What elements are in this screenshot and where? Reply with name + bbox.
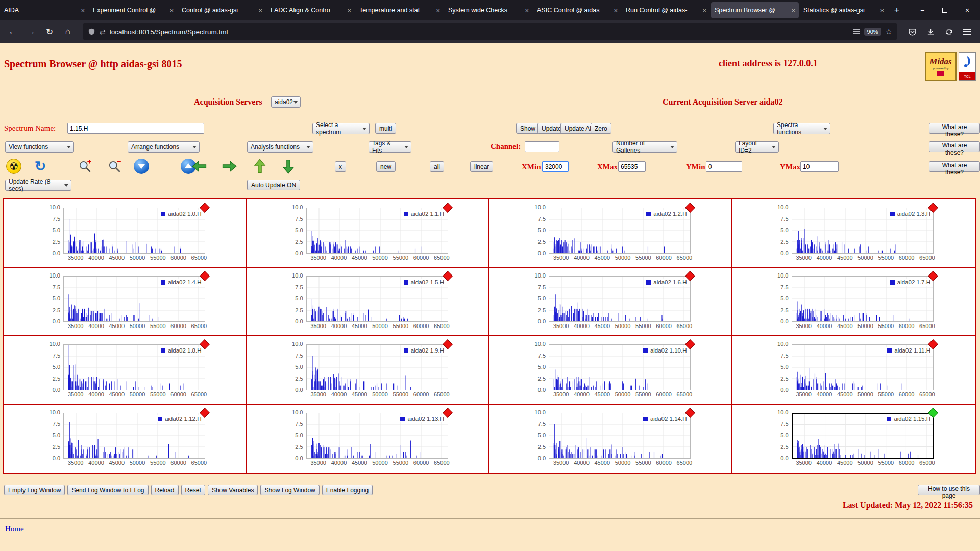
footer-button[interactable]: Show Log Window — [260, 485, 319, 495]
browser-tab[interactable]: Experiment Control @× — [89, 2, 177, 18]
menu-icon[interactable] — [960, 24, 975, 39]
spectrum-cell[interactable]: 0.02.55.07.510.0350004000045000500005500… — [4, 268, 247, 336]
window-minimize-button[interactable]: − — [918, 6, 927, 15]
browser-tab[interactable]: Statistics @ aidas-gsi× — [800, 2, 888, 18]
all-button[interactable]: all — [430, 161, 444, 172]
spectrum-cell[interactable]: 0.02.55.07.510.0350004000045000500005500… — [247, 268, 490, 336]
spectrum-cell[interactable]: 0.02.55.07.510.0350004000045000500005500… — [732, 336, 975, 405]
spectrum-cell[interactable]: 0.02.55.07.510.0350004000045000500005500… — [732, 405, 975, 473]
ymin-input[interactable] — [706, 161, 742, 172]
refresh-spectra-icon[interactable]: ↻ — [33, 159, 48, 174]
forward-button[interactable]: → — [23, 24, 39, 39]
radiation-icon[interactable]: ☢ — [6, 159, 21, 174]
pan-down-icon[interactable] — [281, 159, 296, 174]
arrange-functions-dropdown[interactable]: Arrange functions — [128, 141, 200, 153]
spectrum-cell[interactable]: 0.02.55.07.510.0350004000045000500005500… — [489, 268, 732, 336]
layout-dropdown[interactable]: Layout ID=2 — [735, 141, 779, 153]
window-maximize-button[interactable] — [940, 6, 949, 15]
footer-button[interactable]: Show Variables — [208, 485, 258, 495]
spectrum-cell[interactable]: 0.02.55.07.510.0350004000045000500005500… — [732, 268, 975, 336]
how-to-use-button[interactable]: How to use this page — [918, 485, 980, 495]
what-are-these-button-3[interactable]: What are these? — [929, 161, 980, 172]
reader-mode-icon[interactable] — [853, 29, 860, 35]
xmin-input[interactable] — [542, 161, 569, 172]
xmax-input[interactable] — [618, 161, 646, 172]
tab-close-icon[interactable]: × — [258, 7, 262, 14]
spectrum-cell[interactable]: 0.02.55.07.510.0350004000045000500005500… — [247, 336, 490, 405]
spectrum-cell[interactable]: 0.02.55.07.510.0350004000045000500005500… — [247, 405, 490, 473]
update-rate-dropdown[interactable]: Update Rate (8 secs) — [5, 180, 71, 191]
view-functions-dropdown[interactable]: View functions — [5, 141, 74, 153]
url-bar[interactable]: ⇄ localhost:8015/Spectrum/Spectrum.tml 9… — [83, 23, 897, 40]
what-are-these-button-2[interactable]: What are these? — [929, 141, 980, 152]
shield-icon[interactable] — [88, 28, 95, 36]
zoom-indicator[interactable]: 90% — [864, 28, 881, 36]
galleries-dropdown[interactable]: Number of Galleries — [612, 141, 677, 153]
browser-tab[interactable]: Control @ aidas-gsi× — [178, 2, 266, 18]
spectrum-cell[interactable]: 0.02.55.07.510.0350004000045000500005500… — [489, 199, 732, 268]
show-button[interactable]: Show — [516, 123, 540, 134]
tab-close-icon[interactable]: × — [525, 7, 529, 14]
tab-close-icon[interactable]: × — [436, 7, 440, 14]
tags-fits-dropdown[interactable]: Tags & Fits — [369, 141, 411, 153]
spectrum-cell[interactable]: 0.02.55.07.510.0350004000045000500005500… — [489, 405, 732, 473]
tcl-logo[interactable]: TCL — [959, 52, 976, 81]
tab-close-icon[interactable]: × — [169, 7, 174, 14]
tab-close-icon[interactable]: × — [791, 7, 795, 14]
tab-close-icon[interactable]: × — [880, 7, 884, 14]
ymax-input[interactable] — [800, 161, 839, 172]
zoom-in-icon[interactable] — [78, 159, 93, 174]
what-are-these-button-1[interactable]: What are these? — [929, 123, 980, 134]
spectrum-cell[interactable]: 0.02.55.07.510.0350004000045000500005500… — [4, 405, 247, 473]
zoom-out-icon[interactable] — [107, 159, 122, 174]
multi-button[interactable]: multi — [375, 123, 396, 134]
tab-close-icon[interactable]: × — [347, 7, 351, 14]
tab-close-icon[interactable]: × — [702, 7, 706, 14]
footer-button[interactable]: Reload — [151, 485, 179, 495]
reload-button[interactable]: ↻ — [42, 24, 57, 39]
pan-left-icon[interactable] — [192, 159, 207, 174]
footer-button[interactable]: Send Log Window to ELog — [67, 485, 148, 495]
tab-close-icon[interactable]: × — [614, 7, 618, 14]
spectrum-cell[interactable]: 0.02.55.07.510.0350004000045000500005500… — [4, 199, 247, 268]
footer-button[interactable]: Empty Log Window — [4, 485, 65, 495]
auto-update-button[interactable]: Auto Update ON — [247, 180, 300, 190]
pocket-icon[interactable] — [904, 24, 920, 39]
browser-tab[interactable]: Temperature and stat× — [356, 2, 444, 18]
permissions-icon[interactable]: ⇄ — [100, 28, 106, 36]
tab-close-icon[interactable]: × — [81, 7, 85, 14]
home-button[interactable]: ⌂ — [60, 24, 76, 39]
pan-up-icon[interactable] — [252, 159, 267, 174]
extensions-icon[interactable] — [941, 24, 957, 39]
back-button[interactable]: ← — [5, 24, 20, 39]
midas-logo[interactable]: Midas powered by — [925, 52, 957, 81]
new-tab-button[interactable]: + — [889, 3, 904, 18]
browser-tab[interactable]: System wide Checks× — [445, 2, 532, 18]
footer-button[interactable]: Enable Logging — [322, 485, 373, 495]
linear-button[interactable]: linear — [470, 161, 493, 172]
spectrum-cell[interactable]: 0.02.55.07.510.0350004000045000500005500… — [732, 199, 975, 268]
browser-tab[interactable]: Run Control @ aidas-× — [622, 2, 710, 18]
window-close-button[interactable]: × — [963, 6, 972, 15]
pan-right-icon[interactable] — [222, 159, 237, 174]
browser-tab[interactable]: AIDA× — [1, 2, 88, 18]
channel-input[interactable] — [525, 141, 559, 152]
spectrum-cell[interactable]: 0.02.55.07.510.0350004000045000500005500… — [489, 336, 732, 405]
acquisition-server-select[interactable]: aida02 — [271, 96, 301, 108]
new-button[interactable]: new — [376, 161, 396, 172]
spectrum-cell[interactable]: 0.02.55.07.510.0350004000045000500005500… — [247, 199, 490, 268]
footer-button[interactable]: Reset — [181, 485, 205, 495]
downloads-icon[interactable] — [923, 24, 938, 39]
y-zoom-down-icon[interactable] — [134, 159, 149, 174]
bookmark-star-icon[interactable]: ☆ — [886, 27, 892, 36]
spectra-functions-dropdown[interactable]: Spectra functions — [773, 123, 830, 134]
home-link[interactable]: Home — [5, 524, 24, 533]
zero-button[interactable]: Zero — [591, 123, 611, 134]
analysis-functions-dropdown[interactable]: Analysis functions — [247, 141, 313, 153]
spectrum-name-input[interactable] — [67, 123, 204, 134]
x-button[interactable]: x — [335, 161, 346, 172]
browser-tab[interactable]: Spectrum Browser @× — [711, 2, 799, 18]
browser-tab[interactable]: FADC Align & Contro× — [267, 2, 355, 18]
spectrum-cell[interactable]: 0.02.55.07.510.0350004000045000500005500… — [4, 336, 247, 405]
browser-tab[interactable]: ASIC Control @ aidas× — [533, 2, 621, 18]
